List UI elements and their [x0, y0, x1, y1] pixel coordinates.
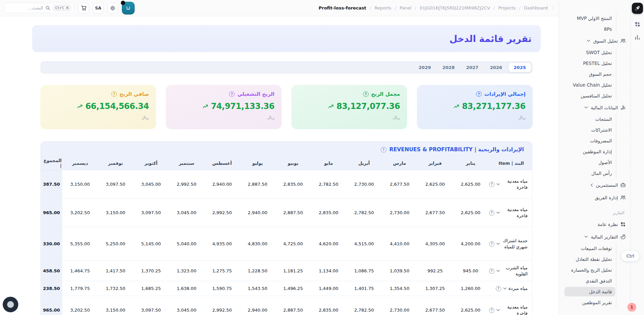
month-value: 4,200.00 [453, 227, 488, 261]
dashboard-grid-icon[interactable] [635, 21, 640, 27]
sidebar-item[interactable]: قائمة الدخل [561, 286, 616, 297]
month-value: 1,685.25 [133, 281, 169, 296]
chevron-down-icon[interactable] [503, 287, 507, 290]
month-value: 2,992.50 [204, 199, 240, 227]
breadcrumb-item[interactable]: Profit-loss-forecast [319, 5, 367, 10]
month-value: 2,992.50 [169, 170, 204, 198]
sidebar-item-label: تحليل Value Chain [573, 82, 612, 88]
sidebar-item[interactable]: تحليل الربح والخسارة [561, 265, 616, 275]
month-value: 2,625.00 [453, 199, 488, 227]
help-icon[interactable] [476, 91, 482, 97]
users-icon [620, 38, 626, 44]
sidebar-item[interactable]: المصروفات [561, 135, 616, 146]
breadcrumb-item[interactable]: Panel [400, 5, 412, 10]
sidebar-item[interactable]: الاشتراكات [561, 125, 616, 135]
month-value: 2,782.50 [311, 170, 346, 198]
notification-badge[interactable]: 1 [627, 303, 636, 312]
month-value: 2,887.50 [275, 296, 311, 315]
sidebar-item[interactable]: تحليل SWOT [561, 47, 616, 58]
page-title: تقرير قائمة الدخل [449, 33, 532, 44]
table-column-headers: البند | Itemينايرفبرايرمارسأبريلمايويوني… [41, 156, 532, 170]
language-button[interactable]: SA [93, 3, 104, 14]
sidebar-item[interactable]: الأصول [561, 157, 616, 168]
sidebar-item[interactable]: تحليل Value Chain [561, 80, 616, 90]
chevron-down-icon[interactable] [496, 183, 500, 185]
sidebar-item[interactable]: توقعات المبيعات [561, 243, 616, 254]
chat-widget-button[interactable] [3, 297, 18, 312]
right-sidebar: Ctrl 1 المنتج الاولي MVP8Psتحليل السوقتح… [559, 0, 644, 315]
search-placeholder: البحث... [28, 5, 43, 10]
chevron-down-icon[interactable] [496, 211, 500, 214]
item-name: مياه مبردة [509, 286, 528, 291]
sidebar-item[interactable]: المنتج الاولي MVP [561, 13, 616, 24]
sidebar-item[interactable]: المستثمرين [561, 179, 626, 191]
revenues-table-card: الإيرادات والربحية | REVENUES & PROFITAB… [40, 141, 533, 315]
bar-chart-icon[interactable] [635, 35, 640, 40]
breadcrumb-item[interactable]: Reports [375, 5, 392, 10]
month-value: 2,625.00 [453, 170, 488, 198]
help-icon[interactable] [229, 91, 235, 97]
avatar[interactable] [122, 2, 135, 15]
table-header-band: الإيرادات والربحية | REVENUES & PROFITAB… [41, 141, 532, 170]
year-tab-2029[interactable]: 2029 [414, 63, 436, 72]
sidebar-item[interactable]: تحليل السوق [561, 35, 626, 47]
breadcrumb-item[interactable]: 01JG01KJTKJ5RQ221MR98ZJ2CV [420, 5, 490, 10]
column-header: مايو [311, 156, 346, 170]
month-value: 1,449.00 [311, 281, 346, 296]
sidebar-item[interactable]: إدارة الفريق [561, 191, 626, 204]
help-icon[interactable] [489, 210, 494, 216]
help-icon[interactable] [111, 91, 117, 97]
sidebar-item-label: تحليل السوق [593, 38, 618, 44]
sidebar-item-label: التدفق النقدي [586, 278, 612, 284]
help-icon[interactable] [381, 147, 386, 153]
chevron-down-icon[interactable] [496, 309, 500, 311]
sidebar-item[interactable]: حجم السوق [561, 69, 616, 80]
sidebar-item[interactable]: تحليل نقطة التعادل [561, 254, 616, 265]
column-header: أبريل [346, 156, 382, 170]
sidebar-item[interactable]: التقارير المالية [561, 230, 626, 243]
trend-up-icon [203, 105, 208, 108]
column-header: نوفمبر [98, 156, 133, 170]
year-tab-2025[interactable]: 2025 [509, 63, 531, 72]
search-input[interactable]: Ctrl K البحث... [4, 3, 74, 13]
month-value: 1,638.00 [169, 281, 204, 296]
topbar-divider: | [552, 5, 553, 10]
month-value: 2,677.50 [382, 170, 417, 198]
sidebar-item[interactable]: رأس المال [561, 168, 616, 179]
rocket-button[interactable] [632, 3, 643, 14]
year-tab-2026[interactable]: 2026 [485, 63, 507, 72]
help-icon[interactable] [489, 241, 494, 247]
sidebar-item[interactable]: تقرير الموظفين [561, 297, 616, 308]
column-header: ديسمبر [62, 156, 98, 170]
chevron-down-icon[interactable] [496, 270, 500, 272]
help-icon[interactable] [489, 308, 494, 313]
breadcrumb-item[interactable]: Dashboard [524, 5, 548, 10]
sidebar-item[interactable]: تحليل المنافسين [561, 90, 616, 101]
sidebar-item[interactable]: البيانات المالية [561, 101, 626, 114]
help-icon[interactable] [489, 268, 494, 274]
year-tab-2028[interactable]: 2028 [437, 63, 460, 72]
column-header: فبراير [417, 156, 453, 170]
search-icon [45, 5, 50, 10]
sidebar-item[interactable]: التدفق النقدي [561, 275, 616, 286]
theme-toggle-button[interactable] [107, 3, 118, 14]
chevron-down-icon[interactable] [496, 243, 500, 245]
sidebar-item[interactable]: نظرة عامة [561, 218, 626, 230]
month-value: 1,228.50 [240, 261, 275, 281]
breadcrumb-item[interactable]: Projects [498, 5, 515, 10]
app-root: Ctrl 1 المنتج الاولي MVP8Psتحليل السوقتح… [0, 0, 644, 315]
year-tab-2027[interactable]: 2027 [461, 63, 483, 72]
sidebar-item-label: توقعات المبيعات [581, 246, 612, 251]
help-icon[interactable] [489, 182, 494, 187]
cart-icon [81, 5, 87, 11]
sidebar-item-label: تحليل نقطة التعادل [576, 256, 612, 262]
sidebar-item[interactable]: تحليل PESTEL [561, 58, 616, 69]
help-icon[interactable] [363, 91, 369, 97]
sidebar-item[interactable]: إدارة الموظفين [561, 146, 616, 157]
sidebar-item[interactable]: 8Ps [561, 24, 616, 35]
month-value: 1,401.75 [346, 281, 382, 296]
help-icon[interactable] [496, 286, 501, 291]
kpi-value: 66,154,566.34 [85, 102, 149, 111]
sidebar-item[interactable]: المنتجات [561, 114, 616, 125]
cart-button[interactable] [78, 3, 89, 14]
